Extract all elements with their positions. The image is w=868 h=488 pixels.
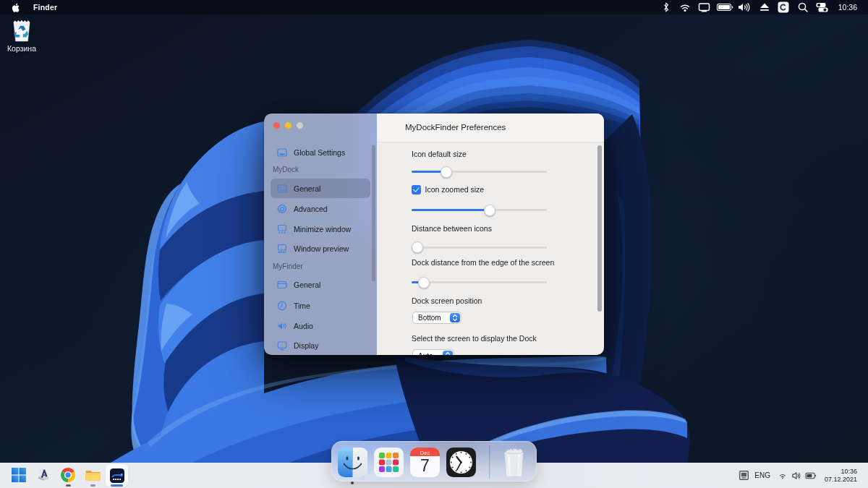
svg-text:7: 7 xyxy=(420,456,430,475)
svg-text:Dec: Dec xyxy=(420,449,430,455)
